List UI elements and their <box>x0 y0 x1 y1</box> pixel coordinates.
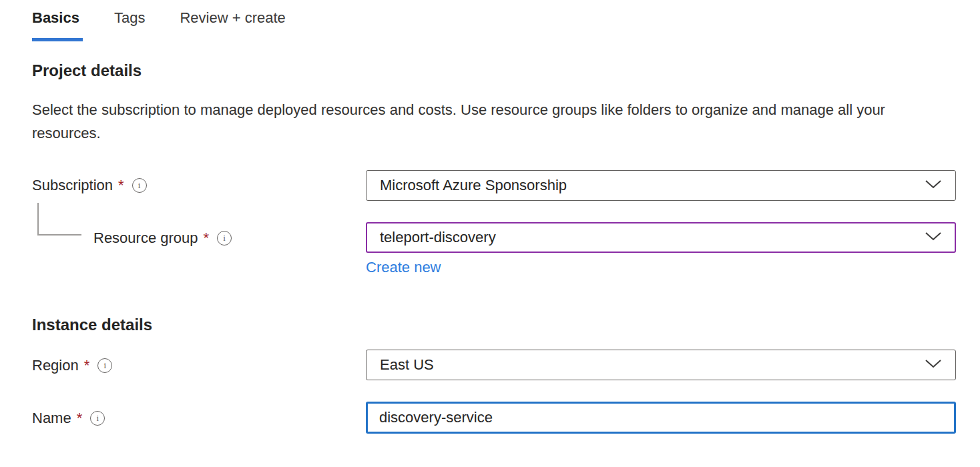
subscription-label: Subscription * i <box>32 177 147 194</box>
name-label-text: Name <box>32 410 71 427</box>
subscription-label-text: Subscription <box>32 177 113 194</box>
project-details-description: Select the subscription to manage deploy… <box>32 98 927 145</box>
chevron-down-icon <box>925 179 942 191</box>
wizard-tab-bar: Basics Tags Review + create <box>32 9 286 39</box>
name-input[interactable] <box>366 402 956 434</box>
chevron-down-icon <box>925 231 942 244</box>
resource-group-label: Resource group * i <box>93 229 232 247</box>
resource-group-dropdown-value: teleport-discovery <box>380 229 496 246</box>
tab-review-create[interactable]: Review + create <box>180 9 285 39</box>
info-icon[interactable]: i <box>132 178 147 193</box>
required-asterisk: * <box>84 357 90 374</box>
region-dropdown[interactable]: East US <box>366 350 956 380</box>
tree-connector-vertical <box>37 203 39 236</box>
subscription-dropdown[interactable]: Microsoft Azure Sponsorship <box>366 170 956 201</box>
info-icon[interactable]: i <box>217 231 232 246</box>
create-resource-basics-page: Basics Tags Review + create Project deta… <box>0 0 980 467</box>
tab-basics[interactable]: Basics <box>32 9 79 39</box>
info-icon[interactable]: i <box>90 411 105 426</box>
region-dropdown-value: East US <box>380 356 434 374</box>
resource-group-dropdown[interactable]: teleport-discovery <box>366 222 956 253</box>
required-asterisk: * <box>77 410 83 427</box>
resource-group-label-text: Resource group <box>93 229 198 247</box>
info-icon[interactable]: i <box>97 358 112 373</box>
name-label: Name * i <box>32 410 105 427</box>
project-details-heading: Project details <box>32 61 142 80</box>
required-asterisk: * <box>204 229 210 247</box>
subscription-dropdown-value: Microsoft Azure Sponsorship <box>380 177 567 194</box>
active-tab-indicator <box>32 38 83 41</box>
region-label: Region * i <box>32 357 112 374</box>
instance-details-heading: Instance details <box>32 316 152 334</box>
region-label-text: Region <box>32 357 79 374</box>
tree-connector-horizontal <box>37 234 81 236</box>
create-new-link[interactable]: Create new <box>366 259 441 276</box>
required-asterisk: * <box>118 177 124 194</box>
tab-tags[interactable]: Tags <box>114 9 145 39</box>
chevron-down-icon <box>925 359 942 371</box>
